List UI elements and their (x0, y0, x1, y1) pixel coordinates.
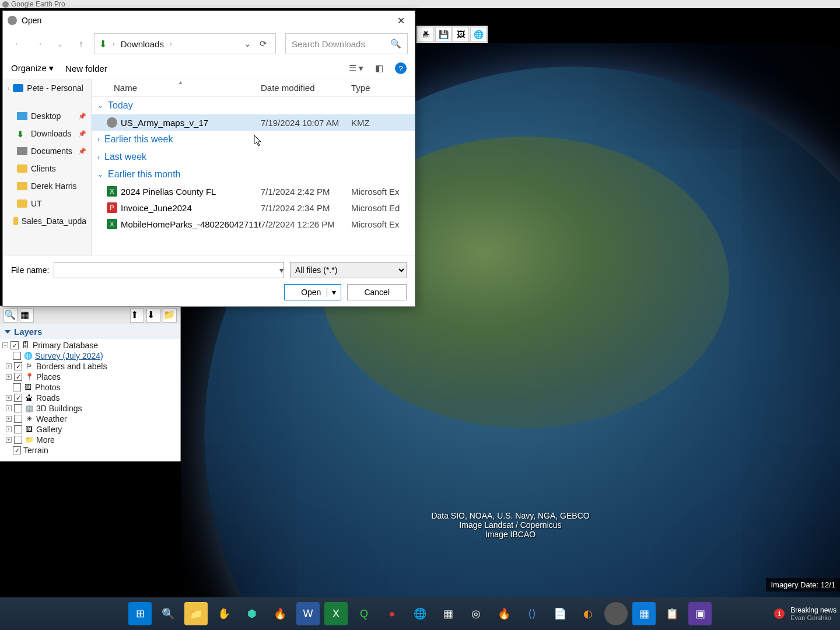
taskbar-app[interactable]: ▦ (436, 602, 460, 625)
help-button[interactable]: ? (395, 62, 407, 74)
cancel-button[interactable]: Cancel (347, 284, 407, 300)
nav-folder-clients[interactable]: Clients (3, 160, 91, 177)
breadcrumb[interactable]: ⬇ › Downloads › ⌄ ⟳ (94, 33, 276, 54)
taskbar-search[interactable]: 🔍 (156, 602, 180, 625)
layer-checkbox[interactable] (10, 341, 19, 349)
places-up-icon[interactable]: ⬆ (130, 309, 144, 323)
layer-checkbox[interactable] (13, 446, 21, 454)
back-button[interactable]: ← (10, 36, 26, 52)
expand-icon[interactable]: + (6, 405, 12, 411)
layer-3d[interactable]: 3D Buildings (36, 404, 82, 413)
group-today[interactable]: ⌄Today (92, 97, 415, 114)
taskbar-app[interactable]: ▣ (688, 602, 712, 625)
layer-photos[interactable]: Photos (35, 383, 61, 392)
col-name[interactable]: ▴Name (92, 83, 261, 93)
expand-icon[interactable]: + (6, 426, 12, 432)
taskbar-calc[interactable]: ▦ (632, 602, 656, 625)
taskbar-app[interactable]: ● (380, 602, 404, 625)
taskbar-chrome[interactable]: 🌐 (408, 602, 432, 625)
taskbar-app[interactable]: 📄 (548, 602, 572, 625)
new-folder-button[interactable]: New folder (65, 64, 107, 74)
layer-checkbox[interactable] (14, 415, 22, 423)
recent-dropdown[interactable]: ⌄ (52, 36, 68, 52)
expand-icon[interactable]: + (6, 395, 12, 401)
search-input[interactable]: Search Downloads 🔍 (285, 33, 408, 54)
group-last-week[interactable]: ›Last week (92, 148, 415, 166)
layer-checkbox[interactable] (14, 362, 22, 370)
toolbar-btn-1[interactable]: 🖶 (418, 27, 434, 42)
taskbar-earth[interactable] (604, 602, 628, 625)
layer-checkbox[interactable] (14, 436, 22, 444)
layer-places[interactable]: Places (36, 372, 61, 382)
taskbar-excel[interactable]: X (324, 602, 348, 625)
toolbar-btn-4[interactable]: 🌐 (470, 27, 487, 42)
layer-checkbox[interactable] (14, 394, 22, 402)
layer-checkbox[interactable] (13, 383, 21, 391)
layers-header[interactable]: Layers (0, 324, 180, 339)
expand-icon[interactable]: + (6, 374, 12, 380)
file-row[interactable]: PInvoice_June2024 7/1/2024 2:34 PM Micro… (92, 200, 415, 216)
view-mode-button[interactable]: ☰ ▾ (349, 63, 363, 74)
nav-desktop[interactable]: Desktop📌 (3, 107, 91, 125)
close-button[interactable]: ✕ (391, 12, 410, 29)
layer-primary[interactable]: Primary Database (33, 341, 98, 350)
open-button[interactable]: Open (284, 284, 341, 300)
taskbar-blender[interactable]: ◐ (576, 602, 600, 625)
layer-checkbox[interactable] (13, 352, 21, 360)
expand-icon[interactable]: − (2, 342, 8, 348)
layer-checkbox[interactable] (14, 373, 22, 381)
start-button[interactable]: ⊞ (128, 602, 152, 625)
breadcrumb-history-icon[interactable]: ⌄ (244, 38, 251, 49)
refresh-icon[interactable]: ⟳ (260, 38, 267, 49)
nav-documents[interactable]: Documents📌 (3, 142, 91, 160)
file-row[interactable]: XMobileHomeParks_-480226042711618421 7/2… (92, 216, 415, 232)
news-badge[interactable]: 1 (774, 608, 785, 619)
places-folder-icon[interactable]: 📁 (163, 309, 177, 323)
places-tool-2[interactable]: ▦ (20, 309, 34, 323)
group-earlier-month[interactable]: ⌄Earlier this month (92, 166, 415, 183)
col-date[interactable]: Date modified (261, 83, 351, 93)
nav-folder-ut[interactable]: UT (3, 195, 91, 212)
nav-onedrive[interactable]: ›Pete - Personal (3, 79, 91, 97)
expand-icon[interactable]: + (6, 416, 12, 422)
taskbar-app[interactable]: ✋ (212, 602, 236, 625)
layer-more[interactable]: More (36, 435, 55, 444)
taskbar-firefox[interactable]: 🔥 (268, 602, 292, 625)
taskbar[interactable]: ⊞ 🔍 📁 ✋ ⬢ 🔥 W X Q ● 🌐 ▦ ◎ 🔥 ⟨⟩ 📄 ◐ ▦ 📋 ▣… (0, 597, 840, 630)
expand-icon[interactable]: + (6, 437, 12, 443)
file-filter[interactable]: All files (*.*) (290, 262, 407, 278)
organize-button[interactable]: Organize ▾ (11, 63, 54, 74)
taskbar-vscode[interactable]: ⟨⟩ (520, 602, 544, 625)
toolbar-btn-2[interactable]: 💾 (435, 27, 452, 42)
preview-toggle[interactable]: ◧ (375, 63, 383, 74)
layer-roads[interactable]: Roads (36, 393, 60, 402)
layer-terrain[interactable]: Terrain (23, 446, 48, 455)
expand-icon[interactable]: + (6, 363, 12, 369)
file-row[interactable]: US_Army_maps_v_17 7/19/2024 10:07 AM KMZ (92, 114, 415, 131)
layer-gallery[interactable]: Gallery (36, 425, 62, 434)
nav-downloads[interactable]: ⬇Downloads📌 (3, 125, 91, 142)
col-type[interactable]: Type (351, 83, 415, 93)
layer-checkbox[interactable] (14, 425, 22, 433)
breadcrumb-current[interactable]: Downloads (121, 39, 164, 49)
taskbar-app[interactable]: ⬢ (240, 602, 264, 625)
up-button[interactable]: ↑ (73, 36, 89, 52)
places-tool-1[interactable]: 🔍 (4, 309, 18, 323)
taskbar-explorer[interactable]: 📁 (184, 602, 208, 625)
taskbar-app[interactable]: 🔥 (492, 602, 516, 625)
filename-input[interactable] (54, 262, 284, 278)
taskbar-app[interactable]: ◎ (464, 602, 488, 625)
nav-folder-derek[interactable]: Derek Harris (3, 177, 91, 195)
file-row[interactable]: X2024 Pinellas County FL 7/1/2024 2:42 P… (92, 183, 415, 200)
toolbar-btn-3[interactable]: 🖼 (453, 27, 469, 42)
layer-checkbox[interactable] (14, 404, 22, 412)
forward-button[interactable]: → (31, 36, 47, 52)
layer-survey[interactable]: Survey (July 2024) (35, 351, 103, 360)
nav-folder-sales[interactable]: Sales_Data_upda (3, 212, 91, 230)
layer-borders[interactable]: Borders and Labels (36, 362, 107, 371)
layer-weather[interactable]: Weather (36, 414, 67, 424)
group-earlier-week[interactable]: ›Earlier this week (92, 131, 415, 148)
taskbar-app[interactable]: Q (352, 602, 376, 625)
taskbar-app[interactable]: 📋 (660, 602, 684, 625)
taskbar-word[interactable]: W (296, 602, 320, 625)
